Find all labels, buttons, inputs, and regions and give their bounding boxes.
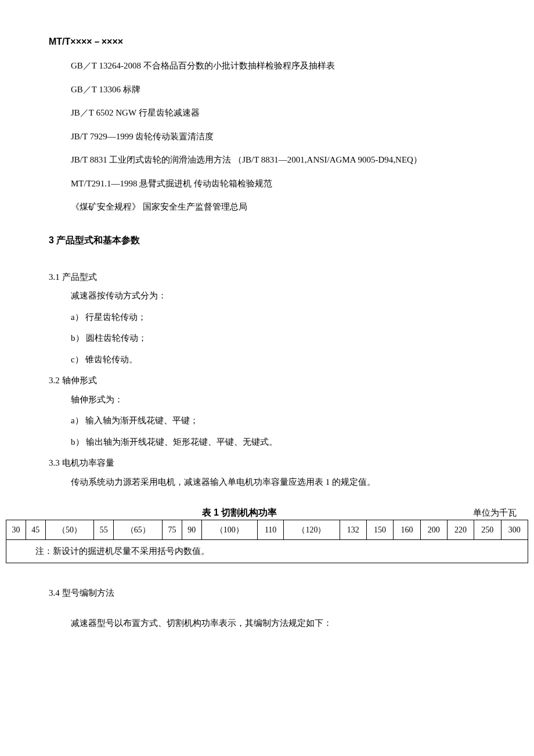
table-row: 30 45 （50） 55 （65） 75 90 （100） 110 （120）… xyxy=(6,520,528,540)
table-cell: 110 xyxy=(257,520,283,540)
document-id: MT/T××××－×××× xyxy=(49,35,534,49)
reference-line: JB/T 7929—1999 齿轮传动装置清洁度 xyxy=(71,130,499,143)
section-3-2-intro: 轴伸形式为： xyxy=(71,393,499,406)
section-3-3-heading: 3.3 电机功率容量 xyxy=(49,456,499,470)
table-cell: 45 xyxy=(26,520,45,540)
table-cell: （120） xyxy=(284,520,340,540)
section-3-4-heading: 3.4 型号编制方法 xyxy=(49,586,499,600)
section-3-3-para: 传动系统动力源若采用电机，减速器输入单电机功率容量应选用表 1 的规定值。 xyxy=(71,476,499,489)
table-cell: 30 xyxy=(6,520,26,540)
section-3-1-heading: 3.1 产品型式 xyxy=(49,271,499,284)
table-cell: （100） xyxy=(201,520,257,540)
table-1: 30 45 （50） 55 （65） 75 90 （100） 110 （120）… xyxy=(6,520,528,563)
table-cell: 160 xyxy=(394,520,420,540)
table-1-caption-row: 表 1 切割机构功率 单位为千瓦 xyxy=(6,506,528,520)
section-3-heading: 3 产品型式和基本参数 xyxy=(49,233,499,247)
reference-line: JB/T 8831 工业闭式齿轮的润滑油选用方法 （JB/T 8831—2001… xyxy=(71,153,499,167)
section-3-4-para: 减速器型号以布置方式、切割机构功率表示，其编制方法规定如下： xyxy=(71,617,499,630)
section-3-2-heading: 3.2 轴伸形式 xyxy=(49,374,499,387)
table-cell: 75 xyxy=(163,520,182,540)
reference-line: GB／T 13306 标牌 xyxy=(71,83,499,96)
table-cell: （65） xyxy=(114,520,163,540)
table-row: 注：新设计的掘进机尽量不采用括号内数值。 xyxy=(6,540,528,563)
table-cell: 55 xyxy=(94,520,114,540)
section-3-1-intro: 减速器按传动方式分为： xyxy=(71,289,499,303)
table-1-note: 注：新设计的掘进机尽量不采用括号内数值。 xyxy=(6,540,528,563)
table-cell: （50） xyxy=(45,520,94,540)
references-block: GB／T 13264-2008 不合格品百分数的小批计数抽样检验程序及抽样表 G… xyxy=(49,59,499,214)
reference-line: GB／T 13264-2008 不合格品百分数的小批计数抽样检验程序及抽样表 xyxy=(71,59,499,73)
table-cell: 300 xyxy=(501,520,528,540)
table-cell: 132 xyxy=(340,520,366,540)
table-cell: 150 xyxy=(366,520,393,540)
table-1-caption: 表 1 切割机构功率 xyxy=(6,506,473,520)
reference-line: 《煤矿安全规程》 国家安全生产监督管理总局 xyxy=(71,200,499,214)
table-cell: 220 xyxy=(447,520,474,540)
table-1-unit: 单位为千瓦 xyxy=(473,506,528,520)
list-item: c） 锥齿轮传动。 xyxy=(71,353,499,366)
reference-line: MT/T291.1—1998 悬臂式掘进机 传动齿轮箱检验规范 xyxy=(71,177,499,190)
table-cell: 250 xyxy=(474,520,501,540)
list-item: b） 圆柱齿轮传动； xyxy=(71,332,499,345)
list-item: b） 输出轴为渐开线花键、矩形花键、平键、无键式。 xyxy=(71,435,499,449)
table-cell: 90 xyxy=(182,520,201,540)
list-item: a） 行星齿轮传动； xyxy=(71,311,499,324)
reference-line: JB／T 6502 NGW 行星齿轮减速器 xyxy=(71,106,499,120)
list-item: a） 输入轴为渐开线花键、平键； xyxy=(71,414,499,427)
table-cell: 200 xyxy=(420,520,447,540)
